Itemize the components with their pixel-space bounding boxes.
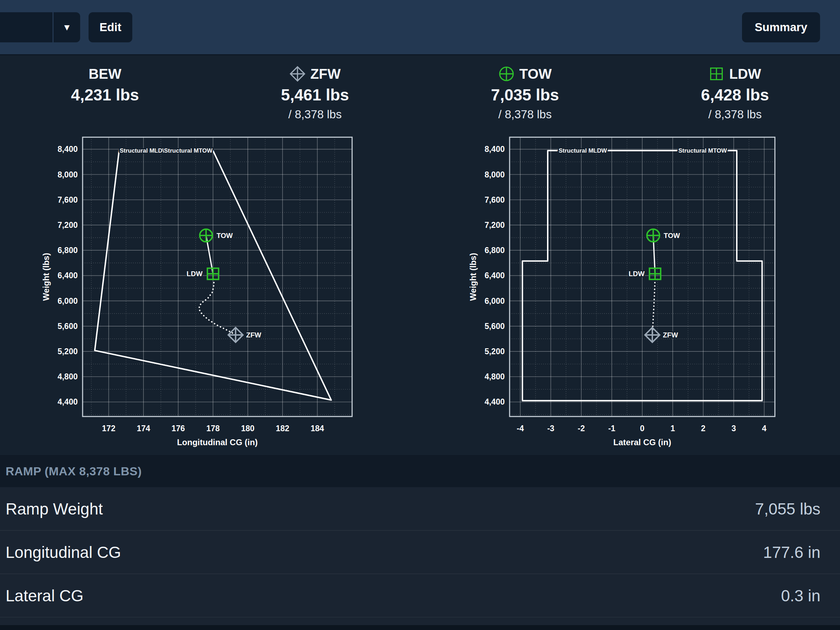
row-value: 0.3 in bbox=[781, 586, 820, 605]
lateral-cg-chart: -4-3-2-1012348,4008,0007,6007,2006,8006,… bbox=[443, 129, 804, 448]
svg-text:-3: -3 bbox=[547, 424, 554, 433]
stat-label: LDW bbox=[729, 66, 761, 82]
svg-text:1: 1 bbox=[671, 424, 675, 433]
marker-label: ZFW bbox=[663, 331, 678, 339]
longitudinal-cg-chart: 1721741761781801821848,4008,0007,6007,20… bbox=[16, 129, 377, 448]
stat-label: ZFW bbox=[311, 66, 341, 82]
svg-text:180: 180 bbox=[241, 424, 254, 433]
stat-ldw: LDW 6,428 lbs / 8,378 lbs bbox=[630, 55, 840, 130]
svg-text:8,400: 8,400 bbox=[57, 145, 78, 154]
stat-label: BEW bbox=[88, 66, 121, 82]
chevron-down-icon: ▼ bbox=[62, 22, 71, 33]
toolbar: ▼ Edit Summary bbox=[0, 0, 840, 55]
stat-tow: TOW 7,035 lbs / 8,378 lbs bbox=[420, 55, 630, 130]
stat-max: / 8,378 lbs bbox=[708, 108, 762, 122]
row-label: Ramp Weight bbox=[6, 499, 103, 518]
svg-text:6,400: 6,400 bbox=[485, 271, 505, 280]
svg-text:0: 0 bbox=[640, 424, 645, 433]
longitudinal-cg-row: Longitudinal CG 177.6 in bbox=[0, 531, 840, 574]
svg-text:6,000: 6,000 bbox=[57, 297, 78, 306]
x-axis-title: Longitudinal CG (in) bbox=[177, 437, 258, 447]
marker-label: ZFW bbox=[246, 331, 261, 339]
svg-text:3: 3 bbox=[731, 424, 736, 433]
row-label: Lateral CG bbox=[6, 586, 83, 605]
stat-value: 6,428 lbs bbox=[701, 85, 769, 104]
tow-circle-cross-icon bbox=[498, 66, 515, 82]
svg-text:8,000: 8,000 bbox=[485, 170, 505, 179]
marker-label: TOW bbox=[217, 232, 233, 239]
marker-label: LDW bbox=[186, 270, 203, 278]
x-axis-title: Lateral CG (in) bbox=[613, 437, 671, 447]
ramp-section-title: RAMP (MAX 8,378 LBS) bbox=[6, 464, 142, 478]
zfw-diamond-cross-icon bbox=[289, 66, 306, 82]
svg-text:6,400: 6,400 bbox=[57, 271, 78, 280]
svg-text:7,200: 7,200 bbox=[57, 221, 78, 230]
y-axis-title: Weight (lbs) bbox=[468, 253, 478, 301]
svg-text:8,400: 8,400 bbox=[485, 145, 505, 154]
marker-label: LDW bbox=[628, 270, 645, 278]
weight-balance-screen: ▼ Edit Summary BEW 4,231 lbs ZFW 5,461 l… bbox=[0, 0, 840, 630]
svg-text:6,800: 6,800 bbox=[57, 246, 78, 255]
stat-zfw: ZFW 5,461 lbs / 8,378 lbs bbox=[210, 55, 420, 130]
svg-text:7,600: 7,600 bbox=[485, 195, 505, 204]
aircraft-selector[interactable]: ▼ bbox=[0, 12, 80, 43]
marker-label: TOW bbox=[663, 232, 680, 239]
edit-button[interactable]: Edit bbox=[88, 12, 132, 43]
next-row-partial bbox=[0, 618, 840, 625]
envelope-label: Structural MTOW bbox=[678, 147, 727, 154]
svg-text:2: 2 bbox=[701, 424, 706, 433]
svg-text:6,800: 6,800 bbox=[485, 246, 505, 255]
stat-value: 4,231 lbs bbox=[71, 85, 139, 104]
y-axis-title: Weight (lbs) bbox=[41, 253, 51, 301]
stat-value: 5,461 lbs bbox=[281, 85, 349, 104]
ldw-square-cross-icon bbox=[709, 66, 724, 82]
svg-text:4,400: 4,400 bbox=[485, 397, 505, 406]
svg-text:5,200: 5,200 bbox=[485, 347, 505, 356]
svg-text:172: 172 bbox=[102, 424, 115, 433]
row-label: Longitudinal CG bbox=[6, 543, 121, 562]
aircraft-selector-value[interactable] bbox=[0, 12, 54, 43]
row-value: 7,055 lbs bbox=[755, 499, 820, 518]
bottom-section-band bbox=[0, 625, 840, 630]
svg-text:4: 4 bbox=[762, 424, 766, 433]
svg-text:8,000: 8,000 bbox=[57, 170, 78, 179]
stat-bew: BEW 4,231 lbs bbox=[0, 55, 210, 130]
svg-text:-4: -4 bbox=[516, 424, 524, 433]
svg-text:6,000: 6,000 bbox=[485, 297, 505, 306]
svg-text:-1: -1 bbox=[608, 424, 616, 433]
row-value: 177.6 in bbox=[763, 543, 820, 562]
svg-text:184: 184 bbox=[311, 424, 324, 433]
svg-text:4,400: 4,400 bbox=[57, 397, 78, 406]
svg-text:182: 182 bbox=[276, 424, 289, 433]
aircraft-selector-caret-button[interactable]: ▼ bbox=[54, 12, 80, 43]
svg-text:174: 174 bbox=[137, 424, 150, 433]
svg-text:5,600: 5,600 bbox=[57, 322, 78, 331]
svg-text:176: 176 bbox=[172, 424, 185, 433]
envelope-label: Structural MLD\Structural MTOW bbox=[120, 147, 213, 154]
svg-text:7,200: 7,200 bbox=[485, 221, 505, 230]
svg-text:-2: -2 bbox=[578, 424, 585, 433]
stat-max: / 8,378 lbs bbox=[498, 108, 552, 122]
ramp-section-header: RAMP (MAX 8,378 LBS) bbox=[0, 455, 840, 487]
lateral-cg-row: Lateral CG 0.3 in bbox=[0, 574, 840, 617]
svg-text:5,600: 5,600 bbox=[485, 322, 505, 331]
svg-text:7,600: 7,600 bbox=[57, 195, 78, 204]
summary-button[interactable]: Summary bbox=[742, 12, 820, 43]
svg-text:178: 178 bbox=[206, 424, 220, 433]
svg-text:4,800: 4,800 bbox=[57, 372, 78, 381]
stat-max: / 8,378 lbs bbox=[288, 108, 342, 122]
envelope-label: Structural MLDW bbox=[559, 147, 607, 154]
stat-label: TOW bbox=[519, 66, 552, 82]
svg-text:4,800: 4,800 bbox=[485, 372, 505, 381]
svg-text:5,200: 5,200 bbox=[57, 347, 78, 356]
ramp-weight-row: Ramp Weight 7,055 lbs bbox=[0, 487, 840, 531]
weight-summary-row: BEW 4,231 lbs ZFW 5,461 lbs / 8,378 lbs bbox=[0, 55, 840, 130]
stat-value: 7,035 lbs bbox=[491, 85, 559, 104]
